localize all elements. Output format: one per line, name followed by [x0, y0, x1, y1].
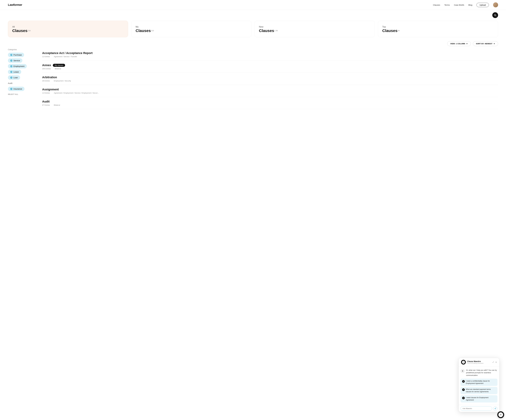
sidebar-item-loan[interactable]: Loan — [8, 75, 37, 80]
chat-prompt-1[interactable]: I need a confidentiality clause for Empl… — [460, 379, 497, 386]
insurance-label: Insurance — [13, 88, 22, 90]
nav-case-briefs[interactable]: Case Briefs — [454, 4, 464, 6]
main-content: Categories Purchase Service Employment L… — [0, 48, 506, 109]
clause-item-audit: Audit 87 Entries Bilateral — [42, 97, 498, 109]
card-all-label: All — [12, 26, 124, 28]
sidebar-item-insurance[interactable]: Insurance — [8, 87, 37, 91]
clause-meta-assignment: 12 Entries Agreement / Employment / Serv… — [42, 92, 498, 94]
service-badge: Service — [8, 58, 22, 63]
sidebar-item-employment[interactable]: Employment — [8, 64, 37, 68]
chat-send-button[interactable] — [493, 407, 497, 411]
select-all-button[interactable]: SELECT ALL — [8, 93, 37, 95]
chat-prompt-3[interactable]: I need clauses for Employment Agreement — [460, 395, 497, 402]
purchase-badge: Purchase — [8, 53, 24, 57]
clause-item-acceptance: Acceptance Act / Acceptance Report 12 En… — [42, 48, 498, 60]
clause-entries-arbitration: 28 Entries — [42, 80, 50, 82]
clause-item-arbitration-header: Arbitration — [42, 76, 498, 79]
employment-check-icon — [10, 65, 12, 67]
chat-prompt-3-icon — [462, 397, 465, 399]
avatar[interactable] — [493, 2, 498, 7]
card-all-count: 21K — [28, 30, 31, 32]
card-top-title-group: Clauses94 — [382, 28, 494, 33]
clause-tags-acceptance: Agreement / Service / Transfer — [54, 56, 77, 58]
card-all-title: Clauses — [12, 28, 27, 33]
card-my-title-group: Clauses210 — [136, 28, 247, 33]
chat-header: ✦ Clause Maestro Your AI Drafting Assist… — [459, 358, 499, 367]
audit-label: Audit — [8, 82, 12, 84]
card-my-count: 210 — [151, 30, 154, 32]
clause-meta-arbitration: 28 Entries Employment / Security — [42, 80, 498, 82]
chat-title-block: Clause Maestro Your AI Drafting Assistan… — [467, 360, 483, 364]
clause-name-arbitration[interactable]: Arbitration — [42, 76, 57, 79]
nav-clauses[interactable]: Clauses — [433, 4, 440, 6]
toolbar: VIEW: 1 COLUMN ▼ SORT BY: NEWEST ▼ — [0, 41, 506, 48]
nav-blog[interactable]: Blog — [468, 4, 472, 6]
purchase-label: Purchase — [13, 54, 22, 56]
send-icon — [494, 407, 496, 410]
view-chevron-icon: ▼ — [466, 43, 468, 45]
clause-meta-annex: 205 Entries Bilateral — [42, 68, 498, 70]
employment-label: Employment — [13, 65, 24, 67]
insurance-badge: Insurance — [8, 87, 25, 91]
sidebar-item-service[interactable]: Service — [8, 58, 37, 63]
logo: Lawformer — [8, 3, 22, 7]
audit-badge: Audit — [8, 81, 15, 85]
sort-button[interactable]: SORT BY: NEWEST ▼ — [473, 41, 498, 46]
clause-name-annex[interactable]: Annex — [42, 64, 51, 67]
clause-tags-annex: Bilateral — [55, 68, 61, 70]
card-top-clauses[interactable]: Top Clauses94 — [378, 21, 498, 37]
clause-tags-arbitration: Employment / Security — [54, 80, 71, 82]
chat-widget: ✦ Clause Maestro Your AI Drafting Assist… — [459, 358, 499, 412]
lease-check-icon — [10, 71, 12, 73]
nav-terms[interactable]: Terms — [444, 4, 450, 6]
upload-button[interactable]: Upload — [477, 3, 489, 7]
card-my-label: My — [136, 26, 247, 28]
service-check-icon — [10, 60, 12, 62]
clause-name-acceptance[interactable]: Acceptance Act / Acceptance Report — [42, 51, 93, 55]
chat-prompt-3-text: I need clauses for Employment Agreement — [466, 397, 496, 401]
chat-prompt-1-text: I need a confidentiality clause for Empl… — [466, 380, 496, 385]
sidebar-item-purchase[interactable]: Purchase — [8, 53, 37, 57]
header: Lawformer Clauses Terms Case Briefs Blog… — [0, 0, 506, 10]
chat-prompt-2-icon — [462, 388, 465, 391]
card-new-label: New — [259, 26, 370, 28]
clause-item-assignment: Assignment 12 Entries Agreement / Employ… — [42, 85, 498, 97]
clause-item-audit-header: Audit — [42, 100, 498, 103]
clause-entries-annex: 205 Entries — [42, 68, 51, 70]
card-all-clauses[interactable]: All Clauses21K — [8, 21, 128, 37]
my-clauses-badge: My clauses — [53, 64, 65, 67]
chat-collapse-button[interactable]: ∨ — [495, 361, 497, 363]
clause-item-acceptance-header: Acceptance Act / Acceptance Report — [42, 51, 498, 55]
insurance-check-icon — [10, 88, 12, 90]
clause-name-assignment[interactable]: Assignment — [42, 88, 59, 91]
clause-item-arbitration: Arbitration 28 Entries Employment / Secu… — [42, 73, 498, 85]
chat-prompt-2[interactable]: What are standard payment terms clauses … — [460, 387, 497, 394]
clause-tags-assignment: Agreement / Employment / Service / Emplo… — [54, 92, 99, 94]
chat-header-actions: ⤢ ∨ — [492, 361, 497, 363]
svg-line-1 — [496, 16, 496, 16]
card-all-title-group: Clauses21K — [12, 28, 124, 33]
chat-input[interactable] — [460, 406, 492, 411]
chat-avatar-icon: ✦ — [462, 361, 465, 364]
chat-input-area — [459, 405, 499, 412]
chat-bot-message: ✦ Hi, what can I help you with? You can … — [460, 369, 497, 377]
chat-expand-button[interactable]: ⤢ — [492, 361, 494, 363]
chat-title: Clause Maestro — [467, 360, 483, 362]
clauses-list: Acceptance Act / Acceptance Report 12 En… — [42, 48, 498, 109]
clause-name-audit[interactable]: Audit — [42, 100, 50, 103]
clause-entries-acceptance: 12 Entries — [42, 56, 50, 58]
fab-button[interactable]: ✦ — [497, 411, 504, 418]
nav: Clauses Terms Case Briefs Blog Upload — [433, 2, 498, 7]
card-my-clauses[interactable]: My Clauses210 — [131, 21, 251, 37]
lease-badge: Lease — [8, 70, 21, 74]
view-column-button[interactable]: VIEW: 1 COLUMN ▼ — [447, 41, 471, 46]
card-new-clauses[interactable]: New Clauses1.5K — [255, 21, 375, 37]
chat-prompt-2-text: What are standard payment terms clauses … — [466, 388, 496, 393]
card-new-count: 1.5K — [274, 30, 278, 32]
sidebar-item-lease[interactable]: Lease — [8, 70, 37, 74]
categories-title: Categories — [8, 48, 37, 51]
sidebar-item-audit[interactable]: Audit — [8, 81, 37, 85]
purchase-check-icon — [10, 54, 12, 56]
clause-item-annex: Annex My clauses 205 Entries Bilateral — [42, 60, 498, 73]
search-button[interactable] — [492, 12, 498, 18]
